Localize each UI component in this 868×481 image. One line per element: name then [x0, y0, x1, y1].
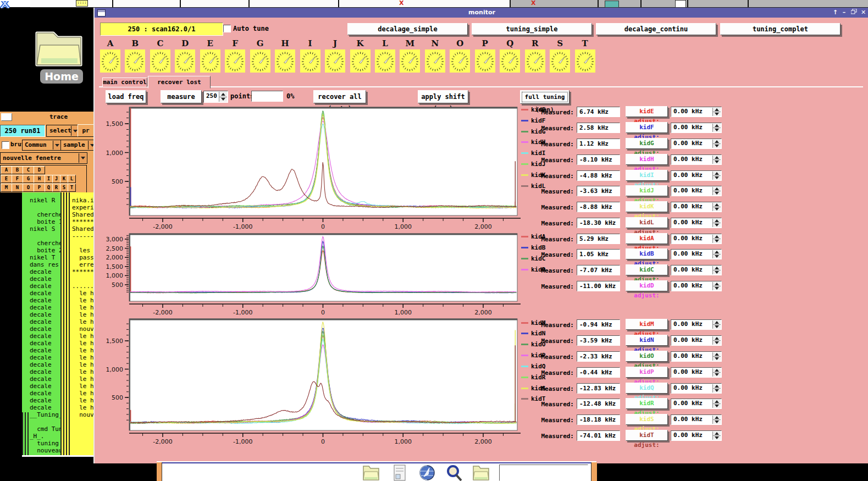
- adjust-button-kidT[interactable]: kidT adjust:: [626, 430, 668, 441]
- search-icon[interactable]: [445, 463, 465, 481]
- tune-dial-P[interactable]: [475, 49, 495, 73]
- adjust-button-kidA[interactable]: kidA adjust:: [626, 233, 668, 244]
- tune-dial-K[interactable]: [350, 49, 371, 73]
- adjust-button-kidP[interactable]: kidP adjust:: [626, 367, 668, 378]
- grid-button-Q[interactable]: Q: [45, 184, 53, 192]
- adjust-button-kidG[interactable]: kidG adjust:: [626, 138, 668, 149]
- tune-dial-H[interactable]: [275, 49, 295, 73]
- grid-button-I[interactable]: I: [45, 175, 53, 183]
- restore-button[interactable]: [850, 9, 858, 16]
- offset-spinner-kidQ[interactable]: 0.00 kHz: [671, 383, 722, 394]
- grid-button-K[interactable]: K: [60, 175, 68, 183]
- tuning-simple-button[interactable]: tuning_simple: [472, 23, 592, 35]
- tune-dial-S[interactable]: [550, 49, 570, 73]
- adjust-button-kidJ[interactable]: kidJ adjust:: [626, 185, 668, 196]
- offset-spinner-kidB[interactable]: 0.00 kHz: [671, 249, 722, 259]
- offset-spinner-kidH[interactable]: 0.00 kHz: [671, 154, 722, 165]
- run-field[interactable]: 250 run81: [0, 125, 45, 137]
- pr-button[interactable]: pr: [78, 124, 94, 137]
- grid-button-E[interactable]: E: [1, 175, 12, 183]
- offset-spinner-kidO[interactable]: 0.00 kHz: [671, 351, 722, 362]
- tune-dial-C[interactable]: [150, 49, 170, 73]
- adjust-button-kidI[interactable]: kidI adjust:: [626, 170, 668, 181]
- adjust-button-kidS[interactable]: kidS adjust:: [626, 414, 668, 425]
- tune-dial-L[interactable]: [375, 49, 395, 73]
- monitor-titlebar[interactable]: monitor ↑ – ✕: [95, 8, 868, 18]
- adjust-button-kidQ[interactable]: kidQ adjust:: [626, 383, 668, 394]
- adjust-button-kidL[interactable]: kidL adjust:: [626, 217, 668, 228]
- offset-spinner-kidL[interactable]: 0.00 kHz: [671, 218, 722, 228]
- tune-dial-O[interactable]: [450, 49, 470, 73]
- apply-shift-button[interactable]: apply shift (man): [418, 90, 468, 103]
- offset-spinner-kidN[interactable]: 0.00 kHz: [671, 335, 722, 346]
- adjust-button-kidC[interactable]: kidC adjust:: [626, 264, 668, 275]
- recover-all-button[interactable]: recover all (auto): [313, 90, 366, 103]
- load-freq-button[interactable]: load freq: [106, 90, 146, 103]
- offset-spinner-kidM[interactable]: 0.00 kHz: [671, 319, 722, 330]
- grid-button-H[interactable]: H: [34, 175, 45, 183]
- offset-spinner-kidG[interactable]: 0.00 kHz: [671, 139, 722, 149]
- grid-button-R[interactable]: R: [52, 184, 60, 192]
- tab-recover-lost-pixels[interactable]: recover lost pixels: [148, 76, 211, 89]
- window-menu-icon[interactable]: [97, 9, 106, 16]
- nouvelle-fenetre-dropdown[interactable]: nouvelle fenetre: [0, 152, 87, 164]
- adjust-button-kidH[interactable]: kidH adjust:: [626, 154, 668, 165]
- adjust-button-kidB[interactable]: kidB adjust:: [626, 248, 668, 259]
- adjust-button-kidK[interactable]: kidK adjust:: [626, 201, 668, 212]
- grid-button-D[interactable]: D: [34, 166, 45, 174]
- grid-button-A[interactable]: A: [1, 166, 12, 174]
- grid-button-G[interactable]: G: [23, 175, 34, 183]
- grid-button-B[interactable]: B: [12, 166, 23, 174]
- offset-spinner-kidP[interactable]: 0.00 kHz: [671, 367, 722, 378]
- close-button[interactable]: ✕: [859, 9, 867, 16]
- tune-dial-R[interactable]: [525, 49, 545, 73]
- minimize-button[interactable]: –: [840, 9, 848, 16]
- tune-dial-Q[interactable]: [500, 49, 520, 73]
- folder-icon[interactable]: [471, 463, 491, 481]
- tune-dial-A[interactable]: [100, 49, 120, 73]
- tune-dial-B[interactable]: [125, 49, 145, 73]
- commun-dropdown[interactable]: Commun: [22, 140, 62, 151]
- tune-dial-D[interactable]: [175, 49, 195, 73]
- tuning-complet-button[interactable]: tuning_complet: [720, 23, 841, 35]
- tune-dial-E[interactable]: [200, 49, 220, 73]
- offset-spinner-kidJ[interactable]: 0.00 kHz: [671, 186, 722, 196]
- tune-dial-N[interactable]: [425, 49, 445, 73]
- tune-dial-T[interactable]: [575, 49, 595, 73]
- scan-field[interactable]: 250 : scan162.0/1: [100, 23, 223, 36]
- adjust-button-kidN[interactable]: kidN adjust:: [626, 335, 668, 346]
- offset-spinner-kidE[interactable]: 0.00 kHz: [671, 107, 722, 117]
- adjust-button-kidF[interactable]: kidF adjust:: [626, 122, 668, 133]
- tune-dial-J[interactable]: [325, 49, 345, 73]
- grid-button-F[interactable]: F: [12, 175, 23, 183]
- grid-button-J[interactable]: J: [52, 175, 60, 183]
- adjust-button-kidR[interactable]: kidR adjust:: [626, 398, 668, 409]
- offset-spinner-kidR[interactable]: 0.00 kHz: [671, 399, 722, 409]
- adjust-button-kidD[interactable]: kidD adjust:: [626, 280, 668, 291]
- decalage-simple-button[interactable]: decalage_simple: [347, 23, 468, 35]
- home-desktop-icon[interactable]: Home: [30, 27, 91, 88]
- tune-dial-G[interactable]: [250, 49, 270, 73]
- grid-button-C[interactable]: C: [23, 166, 34, 174]
- shade-button[interactable]: ↑: [831, 9, 839, 16]
- grid-button-M[interactable]: M: [1, 184, 12, 192]
- offset-spinner-kidF[interactable]: 0.00 kHz: [671, 123, 722, 133]
- decalage-continu-button[interactable]: decalage_continu: [596, 23, 716, 35]
- adjust-button-kidO[interactable]: kidO adjust:: [626, 351, 668, 362]
- grid-button-N[interactable]: N: [12, 184, 23, 192]
- documents-icon[interactable]: [390, 463, 410, 481]
- adjust-button-kidE[interactable]: kidE adjust:: [626, 106, 668, 117]
- grid-button-S[interactable]: S: [60, 184, 68, 192]
- measure-button[interactable]: measure: [161, 90, 202, 103]
- brut-checkbox[interactable]: [2, 141, 9, 149]
- grid-button-T[interactable]: T: [68, 184, 76, 192]
- full-tuning-button[interactable]: full tuning (man): [520, 90, 570, 104]
- offset-spinner-kidD[interactable]: 0.00 kHz: [671, 281, 722, 291]
- points-count-spinner[interactable]: 250: [203, 91, 228, 103]
- trace-window-button[interactable]: [1, 113, 12, 121]
- adjust-button-kidM[interactable]: kidM adjust:: [626, 319, 668, 330]
- offset-spinner-kidT[interactable]: 0.00 kHz: [671, 430, 722, 441]
- tune-dial-F[interactable]: [225, 49, 245, 73]
- points-entry[interactable]: [251, 91, 283, 102]
- sample-dropdown[interactable]: sample: [60, 140, 97, 151]
